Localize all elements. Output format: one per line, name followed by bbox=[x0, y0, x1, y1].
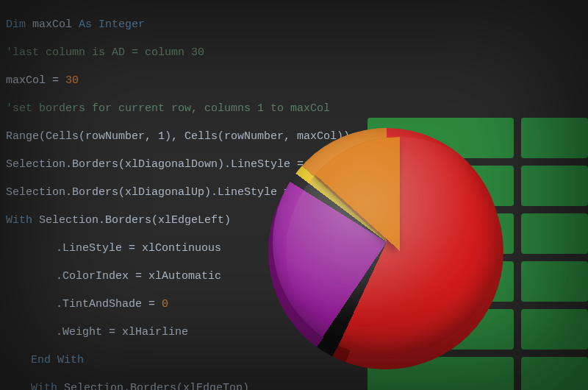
code-text: .ColorIndex = xlAutomatic bbox=[56, 270, 221, 283]
code-number: 30 bbox=[65, 74, 79, 87]
grid-cell bbox=[521, 309, 588, 350]
grid-cell bbox=[521, 166, 588, 206]
code-text: .TintAndShade = bbox=[56, 298, 162, 311]
code-text: .LineStyle = xlContinuous bbox=[56, 242, 221, 255]
grid-cell bbox=[521, 118, 588, 158]
code-comment: 'set borders for current row, columns 1 … bbox=[6, 102, 330, 115]
code-comment: 'last column is AD = column 30 bbox=[6, 46, 204, 59]
code-text: maxCol bbox=[26, 18, 79, 31]
pie-slice-orange bbox=[286, 137, 514, 365]
pie-chart bbox=[268, 134, 503, 369]
code-text: .Weight = xlHairline bbox=[56, 326, 188, 338]
grid-cell bbox=[521, 261, 588, 302]
code-keyword: With bbox=[31, 382, 57, 390]
code-text: Selection.Borders(xlEdgeTop) bbox=[57, 382, 249, 390]
code-keyword: With bbox=[6, 214, 32, 227]
code-keyword: As Integer bbox=[79, 18, 145, 31]
code-keyword: End With bbox=[31, 354, 84, 366]
grid-cell bbox=[521, 357, 588, 390]
code-text: Selection.Borders(xlEdgeLeft) bbox=[32, 214, 231, 227]
code-keyword: Dim bbox=[6, 18, 26, 31]
grid-cell bbox=[521, 213, 588, 254]
code-number: 0 bbox=[162, 298, 168, 311]
code-text: maxCol = bbox=[6, 74, 65, 87]
